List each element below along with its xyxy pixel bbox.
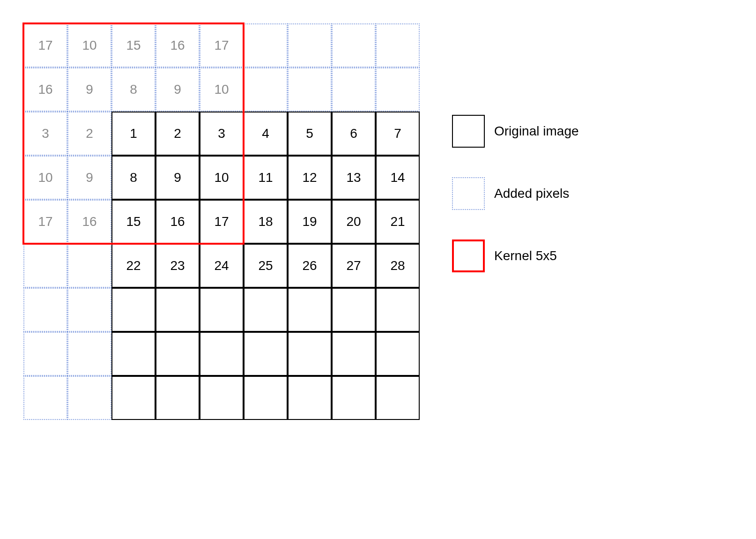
image-cell (244, 288, 288, 332)
legend-original: Original image (452, 115, 579, 148)
cell-value: 16 (82, 214, 96, 229)
cell-value: 22 (126, 258, 141, 273)
image-cell (376, 332, 420, 376)
image-cell: 10 (200, 156, 244, 200)
image-cell (244, 376, 288, 420)
padding-cell (23, 376, 67, 420)
padding-cell (67, 376, 111, 420)
cell-value: 13 (346, 170, 361, 185)
cell-value: 9 (86, 170, 93, 185)
padding-cell: 17 (23, 200, 67, 244)
image-cell: 21 (376, 200, 420, 244)
cell-value: 7 (394, 126, 401, 141)
image-cell: 25 (244, 244, 288, 288)
cell-value: 28 (390, 258, 405, 273)
cell-value: 6 (350, 126, 357, 141)
image-cell (200, 332, 244, 376)
cell-value: 15 (126, 214, 141, 229)
image-cell (111, 376, 156, 420)
cell-value: 20 (346, 214, 361, 229)
image-cell: 20 (332, 200, 376, 244)
image-cell: 17 (200, 200, 244, 244)
diagram-canvas: 1710151617169891032123456710989101112131… (0, 0, 756, 539)
padding-cell: 3 (23, 112, 67, 156)
cell-value: 2 (174, 126, 181, 141)
cell-value: 1 (130, 126, 137, 141)
cell-value: 10 (82, 38, 96, 53)
padding-cell (23, 332, 67, 376)
image-cell (244, 332, 288, 376)
cell-value: 23 (170, 258, 185, 273)
cell-value: 14 (390, 170, 405, 185)
cell-value: 4 (262, 126, 269, 141)
image-cell (376, 376, 420, 420)
cell-value: 10 (38, 170, 52, 185)
cell-value: 9 (174, 170, 181, 185)
padding-cell: 10 (200, 67, 244, 112)
padding-cell: 16 (67, 200, 111, 244)
cell-value: 10 (214, 170, 229, 185)
padding-cell: 9 (67, 67, 111, 112)
padding-cell: 16 (23, 67, 67, 112)
cell-value: 21 (390, 214, 405, 229)
cell-value: 2 (86, 126, 93, 141)
image-cell: 2 (156, 112, 200, 156)
padding-cell: 15 (111, 23, 156, 67)
padding-cell: 10 (67, 23, 111, 67)
cell-value: 18 (258, 214, 273, 229)
image-cell: 22 (111, 244, 156, 288)
padding-cell (67, 244, 111, 288)
image-cell (111, 288, 156, 332)
image-cell: 23 (156, 244, 200, 288)
cell-value: 25 (258, 258, 273, 273)
cell-value: 19 (302, 214, 317, 229)
cell-value: 16 (170, 214, 185, 229)
image-cell (156, 332, 200, 376)
image-cell: 15 (111, 200, 156, 244)
image-cell: 11 (244, 156, 288, 200)
padding-cell (67, 288, 111, 332)
padding-cell: 17 (23, 23, 67, 67)
image-cell (376, 288, 420, 332)
padding-cell (244, 67, 288, 112)
cell-value: 26 (302, 258, 317, 273)
image-cell (288, 376, 332, 420)
image-cell (288, 288, 332, 332)
cell-value: 16 (38, 82, 52, 97)
image-cell (111, 332, 156, 376)
image-cell: 5 (288, 112, 332, 156)
image-cell (156, 376, 200, 420)
cell-value: 9 (174, 82, 181, 97)
image-cell (200, 376, 244, 420)
cell-value: 27 (346, 258, 361, 273)
image-cell: 7 (376, 112, 420, 156)
image-cell: 8 (111, 156, 156, 200)
padding-cell (23, 244, 67, 288)
cell-value: 24 (214, 258, 229, 273)
image-cell: 6 (332, 112, 376, 156)
image-cell: 19 (288, 200, 332, 244)
cell-value: 17 (38, 214, 52, 229)
image-cell: 4 (244, 112, 288, 156)
image-cell: 3 (200, 112, 244, 156)
padding-cell (332, 23, 376, 67)
padding-cell (23, 288, 67, 332)
image-cell: 27 (332, 244, 376, 288)
cell-value: 3 (218, 126, 225, 141)
padding-cell: 17 (200, 23, 244, 67)
image-cell: 12 (288, 156, 332, 200)
legend-label-added: Added pixels (494, 186, 569, 201)
padding-cell (376, 67, 420, 112)
image-cell: 1 (111, 112, 156, 156)
image-cell (332, 376, 376, 420)
padding-cell (376, 23, 420, 67)
padding-cell (288, 67, 332, 112)
image-cell: 14 (376, 156, 420, 200)
cell-value: 17 (38, 38, 52, 53)
legend-added: Added pixels (452, 177, 569, 210)
padding-cell: 2 (67, 112, 111, 156)
padding-cell: 9 (67, 156, 111, 200)
padding-cell (288, 23, 332, 67)
image-cell: 16 (156, 200, 200, 244)
padding-cell: 8 (111, 67, 156, 112)
